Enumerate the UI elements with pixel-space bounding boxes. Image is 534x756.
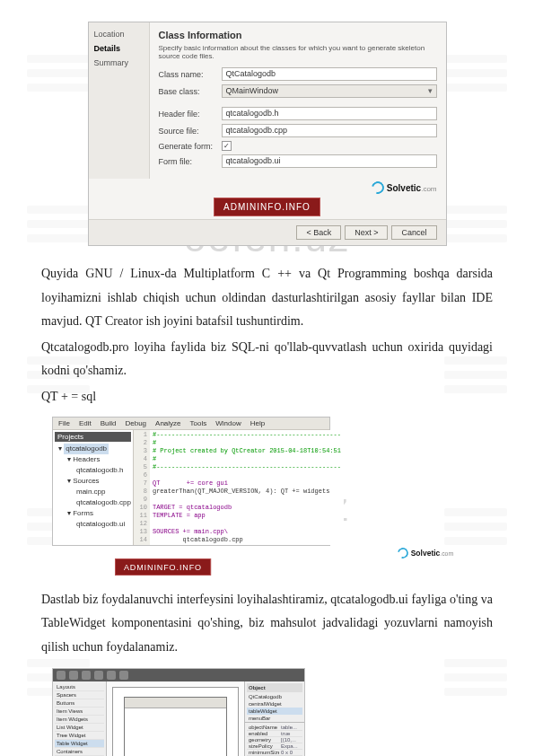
base-class-select[interactable]: QMainWindow xyxy=(222,84,437,98)
obj-item[interactable]: tableWidget xyxy=(247,708,302,715)
class-name-input[interactable]: QtCatalogodb xyxy=(222,67,437,81)
designer-toolbar[interactable] xyxy=(53,669,304,681)
tree-s1[interactable]: main.cpp xyxy=(55,487,131,497)
cancel-button[interactable]: Cancel xyxy=(391,225,436,240)
code-line-1: QT + = sql xyxy=(41,385,493,409)
menu-bar[interactable]: File Edit Build Debug Analyze Tools Wind… xyxy=(53,418,329,430)
widget-box[interactable]: Layouts Spacers Buttons Item Views Item … xyxy=(53,681,107,756)
tree-s2[interactable]: qtcatalogodb.cpp xyxy=(55,497,131,508)
menu-analyze[interactable]: Analyze xyxy=(155,419,180,427)
widget-item[interactable]: Containers xyxy=(55,748,104,756)
menu-window[interactable]: Window xyxy=(215,419,241,427)
gen-form-label: Generate form: xyxy=(159,142,222,151)
wizard-steps: Location Details Summary xyxy=(89,22,150,179)
menu-help[interactable]: Help xyxy=(250,419,265,427)
tree-sources[interactable]: ▾ Sources xyxy=(55,476,131,487)
widget-item[interactable]: Buttons xyxy=(55,699,104,708)
form-file-input[interactable]: qtcatalogodb.ui xyxy=(222,154,437,168)
menu-file[interactable]: File xyxy=(58,419,70,427)
class-name-label: Class name: xyxy=(159,70,222,79)
dialog-desc: Specify basic information about the clas… xyxy=(159,44,437,60)
paragraph-2: Qtcatalogodb.pro loyiha faylida biz SQL-… xyxy=(41,336,493,383)
admininfo-banner: ADMININFO.INFO xyxy=(115,558,211,576)
solvetic-icon xyxy=(369,179,386,196)
solvetic-icon xyxy=(396,545,410,559)
menu-tools[interactable]: Tools xyxy=(190,419,207,427)
tree-f1[interactable]: qtcatalogodb.ui xyxy=(55,519,131,530)
widget-item[interactable]: List Widget xyxy=(55,724,104,732)
tree-headers[interactable]: ▾ Headers xyxy=(55,454,131,465)
step-details: Details xyxy=(94,44,144,53)
object-header: Object xyxy=(247,683,302,692)
gutter: 1234567891011121314 xyxy=(134,430,150,545)
form-file-label: Form file: xyxy=(159,157,222,166)
source-file-input[interactable]: qtcatalogodb.cpp xyxy=(222,124,437,137)
code-area[interactable]: #---------------------------------------… xyxy=(150,430,344,545)
widget-item[interactable]: Item Views xyxy=(55,708,104,716)
widget-item[interactable]: Spacers xyxy=(55,691,104,699)
solvetic-logo: Solvetic.com xyxy=(230,548,453,558)
widget-item[interactable]: Layouts xyxy=(55,683,104,691)
qtcreator-editor: File Edit Build Debug Analyze Tools Wind… xyxy=(52,417,330,546)
dialog-title: Class Information xyxy=(159,30,437,40)
menu-debug[interactable]: Debug xyxy=(125,419,146,427)
solvetic-logo: Solvetic.com xyxy=(89,181,437,194)
step-summary: Summary xyxy=(94,58,144,67)
step-location: Location xyxy=(94,30,144,39)
obj-item[interactable]: menuBar xyxy=(247,715,302,722)
header-file-input[interactable]: qtcatalogodb.h xyxy=(222,107,437,120)
property-editor[interactable]: objectNametable... enabledtrue geometry[… xyxy=(245,723,304,756)
paragraph-3: Dastlab biz foydalanuvchi interfeysini l… xyxy=(41,588,493,660)
tree-root[interactable]: ▾ qtcatalogodb xyxy=(55,444,131,454)
project-tree[interactable]: Projects ▾ qtcatalogodb ▾ Headers qtcata… xyxy=(53,430,134,545)
class-info-dialog: Location Details Summary Class Informati… xyxy=(88,22,447,246)
widget-item[interactable]: Item Widgets xyxy=(55,716,104,724)
menu-build[interactable]: Build xyxy=(101,419,117,427)
tree-forms[interactable]: ▾ Forms xyxy=(55,508,131,519)
tree-header: Projects xyxy=(55,432,131,442)
obj-item[interactable]: centralWidget xyxy=(247,700,302,708)
obj-item[interactable]: QtCatalogodb xyxy=(247,693,302,700)
back-button[interactable]: < Back xyxy=(296,225,341,240)
widget-item[interactable]: Tree Widget xyxy=(55,732,104,740)
widget-item[interactable]: Table Widget xyxy=(55,740,104,748)
qt-designer: Layouts Spacers Buttons Item Views Item … xyxy=(52,668,305,756)
object-inspector[interactable]: Object QtCatalogodb centralWidget tableW… xyxy=(245,681,304,723)
tree-h1[interactable]: qtcatalogodb.h xyxy=(55,465,131,476)
code-editor[interactable]: 1234567891011121314 #-------------------… xyxy=(134,430,344,545)
menu-edit[interactable]: Edit xyxy=(79,419,92,427)
header-file-label: Header file: xyxy=(159,110,222,119)
source-file-label: Source file: xyxy=(159,127,222,136)
next-button[interactable]: Next > xyxy=(345,225,388,240)
admininfo-banner: ADMININFO.INFO xyxy=(214,198,320,216)
paragraph-1: Quyida GNU / Linux-da Multiplatform C ++… xyxy=(41,262,493,334)
base-class-label: Base class: xyxy=(159,87,222,96)
form-canvas[interactable] xyxy=(107,681,245,756)
gen-form-checkbox[interactable]: ✓ xyxy=(222,141,232,151)
table-widget[interactable] xyxy=(124,697,227,756)
